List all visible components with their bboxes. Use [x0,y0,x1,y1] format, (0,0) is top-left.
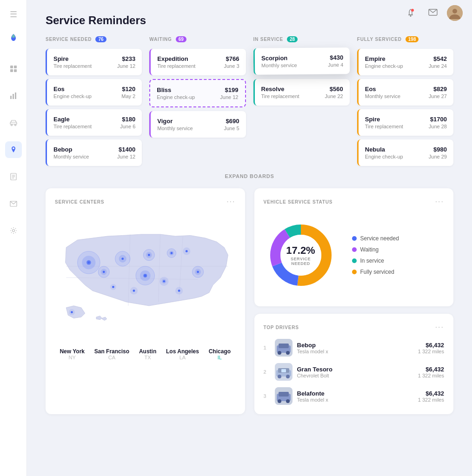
city-name: Austin [139,348,156,355]
user-avatar[interactable] [447,5,463,21]
card-spire[interactable]: Spire $233 Tire replacement June 12 [46,49,142,75]
notifications-icon[interactable] [402,5,419,21]
card-date: June 29 [429,154,447,159]
top-drivers-header: TOP DRIVERS ··· [264,323,445,331]
board-header-service-needed: SERVICE NEEDED 76 [46,36,142,44]
card-price: $1700 [430,116,447,123]
nav-vehicle[interactable] [5,114,22,131]
svg-rect-5 [13,94,14,99]
driver-row-3: 3 Belafont [264,387,445,405]
legend-label: Service needed [360,235,399,242]
svg-point-17 [452,9,457,13]
card-eos-2[interactable]: Eos $829 Monthly service June 27 [357,79,453,106]
legend-dot [352,236,357,241]
card-eos[interactable]: Eos $120 Engine check-up May 2 [46,79,142,106]
card-date: May 2 [121,93,135,99]
svg-point-56 [112,286,114,288]
legend-dot [352,270,357,274]
map-cities: New York NY San Franciso CA Austin TX Lo… [55,348,236,360]
service-centers-panel: SERVICE CENTERS ··· [46,188,245,414]
donut-label: SERVICENEEDED [286,257,315,266]
messages-icon[interactable] [425,5,441,21]
card-date: June 24 [429,63,447,69]
card-price: $199 [225,86,239,93]
svg-point-73 [286,375,290,378]
svg-rect-6 [15,93,16,99]
board-header-fully-serviced: FULLY SERVICED 198 [357,36,453,44]
city-state: NY [60,355,85,360]
hamburger-icon[interactable]: ☰ [10,9,17,20]
card-vigor[interactable]: Vigor $690 Monthly service June 5 [149,111,246,138]
city-name: Chicago [209,348,231,355]
card-date: June 3 [224,63,239,69]
card-date: June 12 [220,94,238,100]
kanban-board: SERVICE NEEDED 76 Spire $233 Tire replac… [46,36,453,166]
city-austin: Austin TX [139,348,156,360]
svg-point-68 [286,351,290,355]
card-name: Nebula [365,146,385,153]
card-date: June 12 [117,154,135,159]
top-drivers-menu[interactable]: ··· [435,323,444,331]
city-name: Los Angeles [166,348,199,355]
svg-point-26 [87,261,90,264]
driver-avatar-bebop [275,339,293,357]
card-name: Eagle [53,116,70,123]
city-name: San Franciso [94,348,129,355]
vehicle-status-menu[interactable]: ··· [435,198,444,206]
card-scorpion[interactable]: Scorpion $430 Monthly service June 4 [253,47,350,75]
nav-reports[interactable] [5,168,22,185]
city-chicago: Chicago IL [209,348,231,360]
top-drivers-title: TOP DRIVERS [264,325,299,330]
donut-chart: 17.2% SERVICENEEDED [264,218,338,292]
driver-vehicle: Chevrolet Bolt [297,373,413,378]
card-service: Tire replacement [53,124,92,129]
map-svg [55,213,236,334]
card-bliss-dragging[interactable]: Bliss $199 Engine check-up June 12 [149,79,246,107]
svg-point-52 [133,290,135,292]
legend-label: Fully serviced [360,269,394,275]
card-empire[interactable]: Empire $542 Engine check-up June 24 [357,49,453,75]
card-price: $980 [433,146,447,153]
nav-map[interactable] [5,141,22,158]
card-eagle[interactable]: Eagle $180 Tire replacement June 6 [46,109,142,136]
svg-rect-74 [281,369,286,372]
sidebar: ☰ [0,0,27,476]
card-service: Tire replacement [157,63,195,69]
card-price: $1400 [119,146,135,153]
card-name: Expedition [157,55,188,62]
legend-fully-serviced: Fully serviced [352,269,399,275]
badge-fully-serviced: 198 [406,36,419,42]
nav-grid[interactable] [5,60,22,77]
nav-chart[interactable] [5,87,22,104]
driver-stats-gran-tesoro: $6,432 1 322 miles [418,366,444,378]
card-nebula[interactable]: Nebula $980 Engine check-up June 29 [357,139,453,166]
chart-legend: Service needed Waiting In service [352,235,399,275]
card-service: Engine check-up [365,63,403,69]
board-waiting: WAITING 69 Expedition $766 Tire replacem… [149,36,246,166]
card-spire-2[interactable]: Spire $1700 Tire replacement June 28 [357,109,453,136]
card-bebop[interactable]: Bebop $1400 Monthly service June 12 [46,139,142,166]
expand-boards-button[interactable]: EXPAND BOARDS [46,173,453,179]
card-name: Spire [365,116,380,123]
right-panels: VEHICLE SERVICE STATUS ··· [254,188,454,414]
city-state: CA [94,355,129,360]
service-centers-menu[interactable]: ··· [226,198,235,206]
svg-point-35 [148,254,150,256]
driver-miles: 1 322 miles [418,349,444,354]
driver-amount: $6,432 [418,366,444,373]
card-service: Engine check-up [365,154,403,159]
page-title: Service Reminders [46,14,453,27]
bottom-panels: SERVICE CENTERS ··· [46,188,453,414]
svg-point-40 [186,250,188,252]
city-state: LA [166,355,199,360]
card-date: June 12 [117,63,135,69]
city-name: New York [60,348,85,355]
svg-point-13 [410,15,412,17]
cards-in-service: Scorpion $430 Monthly service June 4 Res… [253,49,350,106]
card-expedition[interactable]: Expedition $766 Tire replacement June 3 [149,49,246,75]
nav-mail[interactable] [5,195,22,212]
card-name: Bliss [157,86,171,93]
nav-settings[interactable] [5,222,22,239]
driver-rank: 1 [264,345,270,350]
card-resolve[interactable]: Resolve $560 Tire replacement June 22 [253,79,350,106]
